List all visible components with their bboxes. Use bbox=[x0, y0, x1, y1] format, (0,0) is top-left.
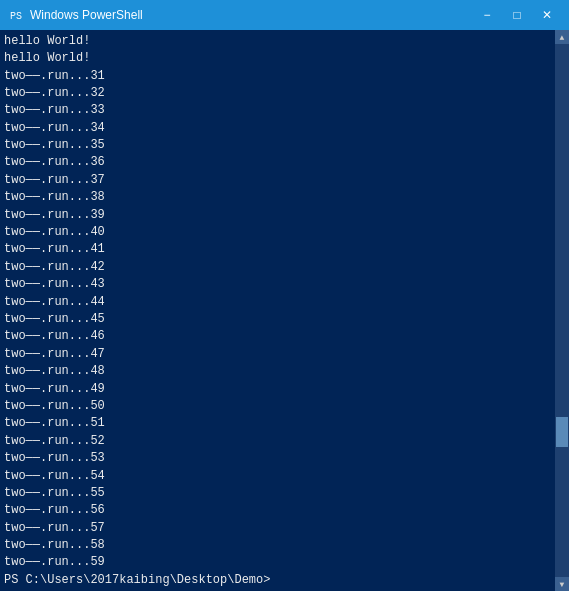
console-line: two——.run...38 bbox=[4, 189, 551, 206]
console-line: two——.run...58 bbox=[4, 537, 551, 554]
title-bar-left: PS Windows PowerShell bbox=[8, 7, 143, 23]
console-line: hello World! bbox=[4, 33, 551, 50]
scroll-down-arrow[interactable]: ▼ bbox=[555, 577, 569, 591]
console-line: two——.run...34 bbox=[4, 120, 551, 137]
maximize-button[interactable]: □ bbox=[503, 4, 531, 26]
console-line: two——.run...54 bbox=[4, 468, 551, 485]
powershell-window: PS Windows PowerShell − □ ✕ one+++.run..… bbox=[0, 0, 569, 591]
console-line: two——.run...55 bbox=[4, 485, 551, 502]
title-controls: − □ ✕ bbox=[473, 4, 561, 26]
scroll-up-arrow[interactable]: ▲ bbox=[555, 30, 569, 44]
scroll-track[interactable] bbox=[555, 44, 569, 577]
console-line: two——.run...49 bbox=[4, 381, 551, 398]
console-line: two——.run...48 bbox=[4, 363, 551, 380]
console-output[interactable]: one+++.run...57two——.run...29one+++.run.… bbox=[0, 30, 555, 591]
minimize-button[interactable]: − bbox=[473, 4, 501, 26]
console-line: two——.run...32 bbox=[4, 85, 551, 102]
console-area: one+++.run...57two——.run...29one+++.run.… bbox=[0, 30, 569, 591]
svg-text:PS: PS bbox=[10, 11, 22, 22]
console-line: two——.run...40 bbox=[4, 224, 551, 241]
console-line: two——.run...50 bbox=[4, 398, 551, 415]
console-line: two——.run...31 bbox=[4, 68, 551, 85]
title-bar: PS Windows PowerShell − □ ✕ bbox=[0, 0, 569, 30]
console-line: two——.run...52 bbox=[4, 433, 551, 450]
console-line: two——.run...33 bbox=[4, 102, 551, 119]
scrollbar[interactable]: ▲ ▼ bbox=[555, 30, 569, 591]
powershell-icon: PS bbox=[8, 7, 24, 23]
console-line: two——.run...35 bbox=[4, 137, 551, 154]
scroll-thumb[interactable] bbox=[556, 417, 568, 447]
console-line: two——.run...42 bbox=[4, 259, 551, 276]
console-line: two——.run...44 bbox=[4, 294, 551, 311]
console-line: two——.run...36 bbox=[4, 154, 551, 171]
console-line: PS C:\Users\2017kaibing\Desktop\Demo> bbox=[4, 572, 551, 589]
console-line: two——.run...57 bbox=[4, 520, 551, 537]
console-line: two——.run...56 bbox=[4, 502, 551, 519]
close-button[interactable]: ✕ bbox=[533, 4, 561, 26]
console-line: two——.run...37 bbox=[4, 172, 551, 189]
console-line: two——.run...41 bbox=[4, 241, 551, 258]
console-line: two——.run...53 bbox=[4, 450, 551, 467]
console-line: two——.run...46 bbox=[4, 328, 551, 345]
console-line: hello World! bbox=[4, 50, 551, 67]
window-title: Windows PowerShell bbox=[30, 8, 143, 22]
console-line: two——.run...43 bbox=[4, 276, 551, 293]
console-line: two——.run...51 bbox=[4, 415, 551, 432]
console-line: two——.run...59 bbox=[4, 554, 551, 571]
console-line: two——.run...47 bbox=[4, 346, 551, 363]
console-line: two——.run...45 bbox=[4, 311, 551, 328]
console-line: two——.run...39 bbox=[4, 207, 551, 224]
